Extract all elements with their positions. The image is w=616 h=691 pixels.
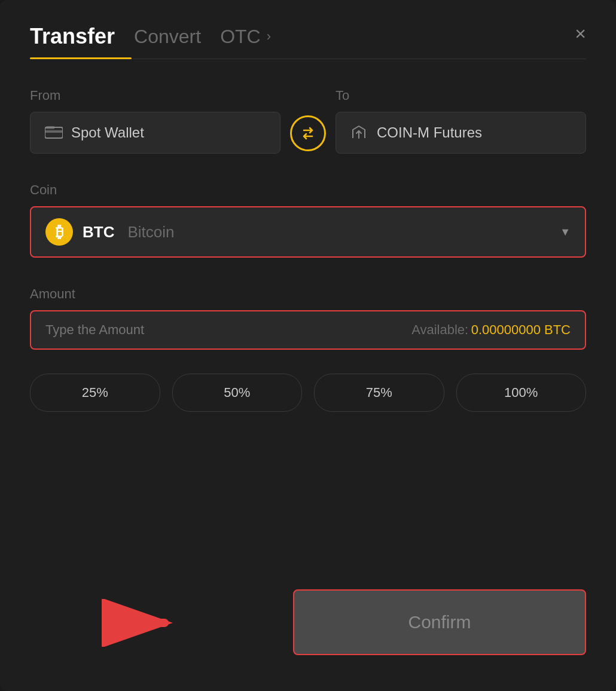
- close-button[interactable]: ×: [575, 24, 586, 53]
- coin-chevron-icon: ▼: [560, 226, 571, 239]
- pct-100-button[interactable]: 100%: [456, 374, 587, 412]
- from-to-row: From Spot Wallet To: [30, 88, 586, 154]
- to-label: To: [336, 88, 586, 103]
- tab-transfer[interactable]: Transfer: [30, 24, 115, 59]
- confirm-button[interactable]: Confirm: [293, 589, 586, 655]
- amount-label: Amount: [30, 286, 586, 302]
- amount-input-wrap: Available: 0.00000000 BTC: [30, 310, 586, 350]
- coin-select[interactable]: ₿ BTC Bitcoin ▼: [30, 206, 586, 258]
- amount-input[interactable]: [45, 322, 308, 338]
- coin-label: Coin: [30, 182, 586, 198]
- bottom-area: Confirm: [30, 589, 586, 655]
- to-wallet-label: COIN-M Futures: [377, 124, 482, 141]
- coin-symbol: BTC: [83, 223, 114, 241]
- btc-icon: ₿: [45, 218, 73, 246]
- coin-section: Coin ₿ BTC Bitcoin ▼: [30, 182, 586, 258]
- percent-row: 25% 50% 75% 100%: [30, 374, 586, 412]
- from-wallet-select[interactable]: Spot Wallet: [30, 112, 280, 154]
- pct-50-button[interactable]: 50%: [172, 374, 303, 412]
- header: Transfer Convert OTC › ×: [30, 24, 586, 59]
- to-section: To COIN-M Futures: [336, 88, 586, 154]
- available-info: Available: 0.00000000 BTC: [411, 322, 571, 338]
- pct-75-button[interactable]: 75%: [314, 374, 444, 412]
- svg-rect-1: [45, 130, 63, 133]
- swap-icon: [299, 124, 317, 142]
- from-wallet-label: Spot Wallet: [71, 124, 144, 141]
- swap-button[interactable]: [290, 115, 326, 151]
- coin-name: Bitcoin: [127, 223, 174, 241]
- pct-25-button[interactable]: 25%: [30, 374, 160, 412]
- tab-convert[interactable]: Convert: [134, 26, 201, 57]
- transfer-modal: Transfer Convert OTC › × From Spot Walle…: [0, 0, 616, 691]
- arrow-indicator: [102, 599, 173, 649]
- active-tab-indicator: [30, 57, 132, 59]
- svg-rect-2: [46, 126, 54, 129]
- from-label: From: [30, 88, 280, 103]
- available-label: Available:: [411, 322, 468, 337]
- swap-btn-wrap: [290, 115, 326, 151]
- from-section: From Spot Wallet: [30, 88, 280, 154]
- futures-icon: [350, 125, 368, 140]
- arrow-icon: [102, 599, 173, 647]
- wallet-icon: [45, 126, 63, 139]
- tab-otc[interactable]: OTC ›: [220, 26, 271, 57]
- amount-section: Amount Available: 0.00000000 BTC: [30, 286, 586, 350]
- otc-chevron-icon: ›: [267, 29, 271, 44]
- tab-underline-row: [30, 59, 586, 59]
- available-value: 0.00000000 BTC: [471, 322, 571, 337]
- to-wallet-select[interactable]: COIN-M Futures: [336, 112, 586, 154]
